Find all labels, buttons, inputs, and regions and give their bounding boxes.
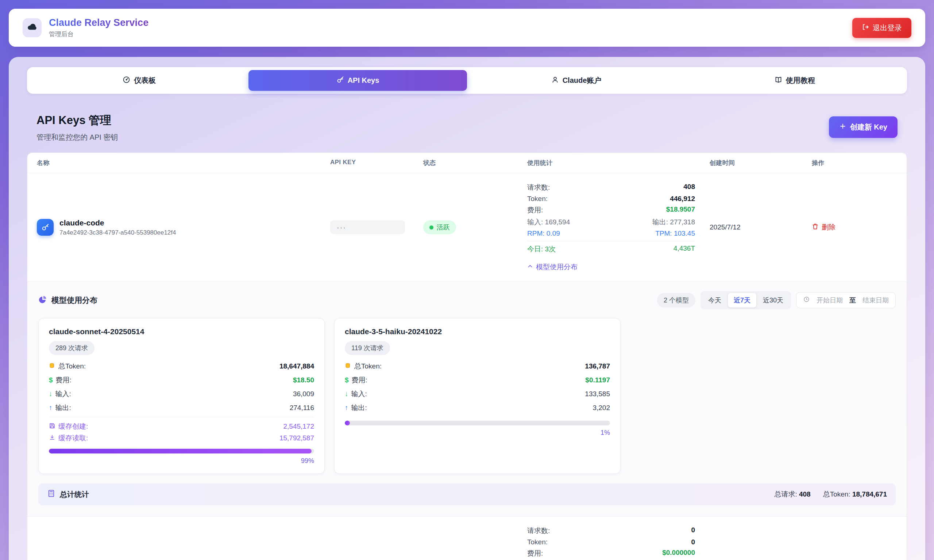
model-name: claude-sonnet-4-20250514: [49, 327, 314, 336]
page-subtitle: 管理和监控您的 API 密钥: [37, 132, 118, 142]
range-today[interactable]: 今天: [702, 293, 727, 308]
chevron-up-icon: [527, 263, 533, 271]
delete-button[interactable]: 删除: [812, 223, 836, 232]
usage-stats: 请求数:0 Token:0 费用:$0.000000 输入: 0输出: 0 RP…: [527, 526, 695, 560]
table-header-row: 名称 API KEY 状态 使用统计 创建时间 操作: [28, 153, 906, 173]
status-dot-icon: [429, 225, 434, 229]
tab-dashboard[interactable]: 仪表板: [30, 70, 248, 91]
table-row: claude code f398d8b8-7352-4a88-9a1f-6b1e…: [28, 517, 906, 560]
arrow-down-icon: ↓: [345, 390, 348, 398]
usage-percent: 1%: [345, 429, 610, 437]
range-segmented-control: 今天 近7天 近30天: [700, 291, 791, 309]
key-id: 7a4e2492-3c38-4797-a540-553980ee12f4: [60, 229, 176, 236]
cloud-icon: [27, 22, 38, 34]
model-count-badge: 2 个模型: [657, 293, 695, 308]
request-count-badge: 289 次请求: [49, 341, 94, 355]
status-badge: 活跃: [423, 220, 456, 234]
col-header-status: 状态: [423, 159, 527, 167]
model-dist-toggle[interactable]: 模型使用分布: [527, 262, 577, 272]
user-icon: [551, 76, 559, 85]
col-header-api-key: API KEY: [330, 159, 423, 167]
trash-icon: [812, 223, 819, 232]
totals-summary-bar: 总计统计 总请求: 408 总Token: 18,784,671: [38, 483, 896, 505]
start-date-input[interactable]: 开始日期: [817, 296, 843, 305]
pie-chart-icon: [38, 295, 47, 306]
date-range-picker[interactable]: 开始日期 至 结束日期: [796, 292, 896, 308]
arrow-down-icon: ↓: [49, 390, 52, 398]
range-30days[interactable]: 近30天: [757, 293, 789, 308]
dollar-icon: $: [345, 376, 349, 384]
panel-title: 模型使用分布: [51, 295, 97, 305]
logout-button[interactable]: 退出登录: [852, 18, 911, 38]
request-count-badge: 119 次请求: [345, 341, 390, 355]
disk-icon: [49, 423, 55, 431]
key-name: claude-code: [60, 218, 176, 227]
api-keys-table: 名称 API KEY 状态 使用统计 创建时间 操作 claude-code 7…: [27, 152, 907, 560]
usage-stats: 请求数:408 Token:446,912 费用:$18.9507 输入: 16…: [527, 183, 695, 272]
download-icon: [49, 434, 55, 443]
model-card-sonnet: claude-sonnet-4-20250514 289 次请求 总Token:…: [38, 318, 325, 474]
clock-icon: [803, 296, 810, 305]
create-key-button[interactable]: 创建新 Key: [829, 116, 897, 138]
main-panel: 仪表板 API Keys Claude账户 使用教程 API Keys 管理 管…: [9, 57, 925, 560]
coins-icon: [345, 362, 351, 371]
coins-icon: [49, 362, 55, 371]
key-avatar: [37, 219, 54, 236]
model-name: claude-3-5-haiku-20241022: [345, 327, 610, 336]
col-header-usage: 使用统计: [527, 159, 709, 167]
range-7days[interactable]: 近7天: [728, 293, 756, 308]
plus-icon: [839, 123, 846, 132]
tab-tutorial[interactable]: 使用教程: [686, 70, 904, 91]
col-header-created: 创建时间: [709, 159, 812, 167]
model-card-haiku: claude-3-5-haiku-20241022 119 次请求 总Token…: [334, 318, 621, 474]
app-subtitle: 管理后台: [49, 30, 148, 38]
tab-api-keys[interactable]: API Keys: [248, 70, 467, 91]
tab-claude-account[interactable]: Claude账户: [467, 70, 686, 91]
col-header-name: 名称: [28, 159, 330, 167]
col-header-actions: 操作: [812, 159, 906, 167]
tab-bar: 仪表板 API Keys Claude账户 使用教程: [27, 67, 907, 94]
dollar-icon: $: [49, 376, 53, 384]
usage-progress-bar: [345, 421, 610, 425]
page-title: API Keys 管理: [37, 113, 118, 128]
end-date-input[interactable]: 结束日期: [863, 296, 889, 305]
api-key-masked[interactable]: ···: [330, 220, 405, 234]
model-distribution-panel: 模型使用分布 2 个模型 今天 近7天 近30天 开始日期 至 结束日期: [28, 281, 906, 517]
app-title: Claude Relay Service: [49, 17, 148, 28]
app-logo: [23, 18, 42, 37]
table-row: claude-code 7a4e2492-3c38-4797-a540-5539…: [28, 173, 906, 281]
arrow-up-icon: ↑: [49, 404, 52, 412]
gauge-icon: [123, 76, 130, 85]
usage-percent: 99%: [49, 457, 314, 465]
calculator-icon: [47, 489, 55, 500]
logout-icon: [862, 23, 869, 32]
usage-progress-bar: [49, 449, 314, 454]
book-icon: [775, 76, 782, 85]
created-date: 2025/7/12: [709, 223, 812, 231]
app-header: Claude Relay Service 管理后台 退出登录: [9, 9, 925, 47]
key-icon: [336, 76, 344, 85]
arrow-up-icon: ↑: [345, 404, 348, 412]
